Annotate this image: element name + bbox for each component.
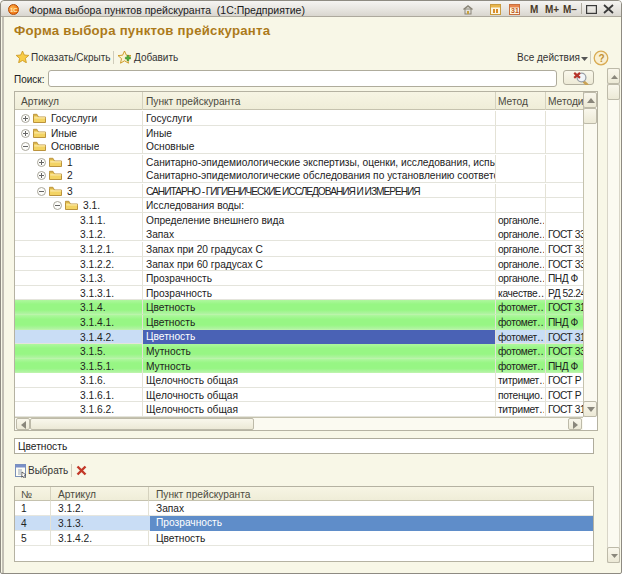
svg-text:?: ? [598, 53, 604, 64]
svg-text:31: 31 [511, 7, 519, 14]
